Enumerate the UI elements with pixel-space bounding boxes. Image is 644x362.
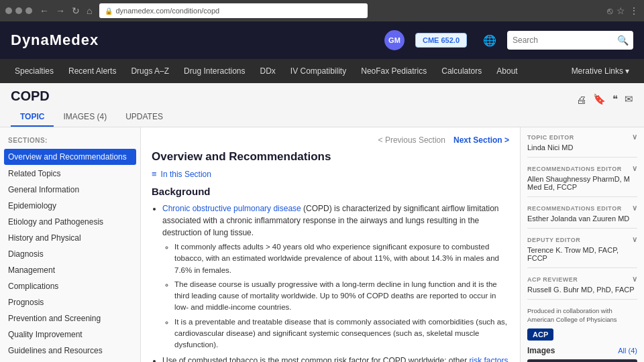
nav-drugs-az[interactable]: Drugs A–Z (124, 62, 176, 80)
nav-recent-alerts[interactable]: Recent Alerts (62, 62, 123, 80)
sections-label: SECTIONS: (0, 134, 140, 148)
acp-reviewer-chevron[interactable]: ∨ (632, 275, 638, 284)
sidebar: SECTIONS: Overview and Recommendations R… (0, 127, 141, 362)
minimize-btn[interactable] (15, 7, 22, 14)
sidebar-item-related-topics[interactable]: Related Topics (0, 166, 140, 182)
tab-actions: 🖨 🔖 ❝ ✉ (576, 93, 633, 108)
rec-editor-2-chevron[interactable]: ∨ (632, 204, 638, 213)
topic-editor-label: TOPIC EDITOR ∨ (527, 133, 637, 141)
user-avatar[interactable]: GM (384, 30, 405, 50)
nav-specialties[interactable]: Specialties (8, 62, 60, 80)
browser-actions: ⎋ ☆ ⋮ (607, 5, 639, 16)
risk-factors-link[interactable]: risk factors (470, 356, 508, 362)
refresh-icon[interactable]: ↻ (70, 4, 82, 17)
sidebar-item-prognosis[interactable]: Prognosis (0, 294, 140, 310)
rec-editor-2-label: RECOMMENDATIONS EDITOR ∨ (527, 204, 637, 213)
sidebar-item-etiology[interactable]: Etiology and Pathogenesis (0, 214, 140, 230)
sidebar-item-history[interactable]: History and Physical (0, 230, 140, 246)
bullet-text-2-pre: Use of combusted tobacco is the most com… (162, 356, 470, 362)
search-input[interactable] (513, 36, 613, 45)
app-header: DynaMedex GM CME 652.0 🌐 🔍 (0, 21, 644, 59)
sub-list-item: It commonly affects adults > 40 years ol… (174, 241, 509, 276)
prev-section-link[interactable]: < Previous Section (378, 135, 445, 145)
acp-reviewer-name: Russell G. Buhr MD, PhD, FACP (527, 286, 637, 294)
next-section-link[interactable]: Next Section > (453, 135, 509, 145)
forward-icon[interactable]: → (54, 4, 67, 17)
nav-bar: Specialties Recent Alerts Drugs A–Z Drug… (0, 59, 644, 83)
merative-label: Merative Links (572, 66, 623, 76)
email-icon[interactable]: ✉ (625, 93, 633, 105)
quote-icon[interactable]: ❝ (612, 93, 618, 105)
nav-drug-interactions[interactable]: Drug Interactions (177, 62, 252, 80)
sidebar-item-complications[interactable]: Complications (0, 278, 140, 294)
in-this-section[interactable]: ≡ In this Section (152, 169, 509, 179)
nav-neofax[interactable]: NeoFax Pediatrics (354, 62, 433, 80)
sidebar-item-management[interactable]: Management (0, 262, 140, 278)
browser-buttons (5, 7, 32, 14)
sidebar-item-overview[interactable]: Overview and Recommendations (4, 149, 136, 165)
nav-ddx[interactable]: DDx (254, 62, 282, 80)
acp-section: Produced in collaboration with American … (527, 306, 637, 341)
cme-badge[interactable]: CME 652.0 (415, 33, 467, 48)
search-icon: 🔍 (617, 35, 629, 46)
in-this-section-label: In this Section (161, 170, 211, 179)
acp-text: Produced in collaboration with American … (527, 306, 637, 324)
sidebar-item-guidelines[interactable]: Guidelines and Resources (0, 343, 140, 359)
deputy-editor-label: DEPUTY EDITOR ∨ (527, 235, 637, 244)
rec-editor-1-chevron[interactable]: ∨ (632, 164, 638, 173)
rec-editor-2-name: Esther Jolanda van Zuuren MD (527, 215, 637, 223)
chevron-down-icon: ▾ (625, 66, 629, 76)
print-icon[interactable]: 🖨 (576, 94, 586, 105)
bookmark-icon[interactable]: 🔖 (593, 93, 606, 105)
image-thumbnail[interactable]: 🫁 (527, 359, 637, 362)
images-section: Images All (4) 🫁 (527, 346, 637, 362)
background-title: Background (152, 186, 509, 197)
images-all-link[interactable]: All (4) (618, 347, 637, 355)
acp-logo: ACP (527, 328, 553, 341)
menu-icon[interactable]: ⋮ (629, 5, 639, 16)
copd-link[interactable]: Chronic obstructive pulmonary disease (162, 204, 301, 213)
sidebar-item-patient-info[interactable]: Patient Information (0, 359, 140, 362)
sidebar-item-general-info[interactable]: General Information (0, 182, 140, 198)
nav-merative[interactable]: Merative Links ▾ (565, 62, 636, 80)
search-box[interactable]: 🔍 (507, 31, 633, 50)
deputy-editor-section: DEPUTY EDITOR ∨ Terence K. Trow MD, FACP… (527, 235, 637, 268)
section-nav: < Previous Section Next Section > (152, 135, 509, 145)
home-icon[interactable]: ⌂ (85, 4, 94, 17)
deputy-editor-chevron[interactable]: ∨ (632, 235, 638, 244)
section-title: Overview and Recommendations (152, 150, 509, 164)
maximize-btn[interactable] (25, 7, 32, 14)
back-icon[interactable]: ← (38, 4, 51, 17)
sidebar-item-diagnosis[interactable]: Diagnosis (0, 246, 140, 262)
right-panel: TOPIC EDITOR ∨ Linda Nici MD RECOMMENDAT… (520, 127, 644, 362)
topic-editor-name: Linda Nici MD (527, 143, 637, 152)
deputy-editor-label-text: DEPUTY EDITOR (527, 237, 580, 243)
rec-editor-1-label-text: RECOMMENDATIONS EDITOR (527, 166, 622, 172)
globe-icon[interactable]: 🌐 (483, 34, 496, 47)
tab-updates[interactable]: UPDATES (116, 108, 172, 127)
sidebar-item-prevention[interactable]: Prevention and Screening (0, 310, 140, 326)
tab-images[interactable]: IMAGES (4) (54, 108, 116, 127)
content-list: Chronic obstructive pulmonary disease (C… (152, 202, 509, 362)
close-btn[interactable] (5, 7, 12, 14)
rec-editor-2-section: RECOMMENDATIONS EDITOR ∨ Esther Jolanda … (527, 204, 637, 229)
page-title: COPD (11, 88, 50, 104)
tab-topic[interactable]: TOPIC (11, 108, 54, 127)
nav-iv-compatibility[interactable]: IV Compatibility (284, 62, 353, 80)
address-bar[interactable]: 🔒 dynamedex.com/condition/copd (99, 3, 368, 18)
sidebar-item-quality[interactable]: Quality Improvement (0, 326, 140, 343)
topic-editor-chevron[interactable]: ∨ (632, 133, 638, 141)
deputy-editor-name: Terence K. Trow MD, FACP, FCCP (527, 246, 637, 262)
nav-calculators[interactable]: Calculators (435, 62, 488, 80)
hamburger-icon: ≡ (152, 169, 157, 179)
nav-about[interactable]: About (490, 62, 524, 80)
share-icon[interactable]: ⎋ (607, 5, 612, 16)
sidebar-item-epidemiology[interactable]: Epidemiology (0, 198, 140, 214)
images-header: Images All (4) (527, 346, 637, 355)
sub-list-item: It is a preventable and treatable diseas… (174, 316, 509, 351)
list-item: Use of combusted tobacco is the most com… (162, 355, 509, 362)
topic-editor-label-text: TOPIC EDITOR (527, 134, 574, 141)
acp-reviewer-label-text: ACP REVIEWER (527, 276, 578, 283)
content-area: < Previous Section Next Section > Overvi… (141, 127, 520, 362)
star-icon[interactable]: ☆ (616, 5, 625, 16)
